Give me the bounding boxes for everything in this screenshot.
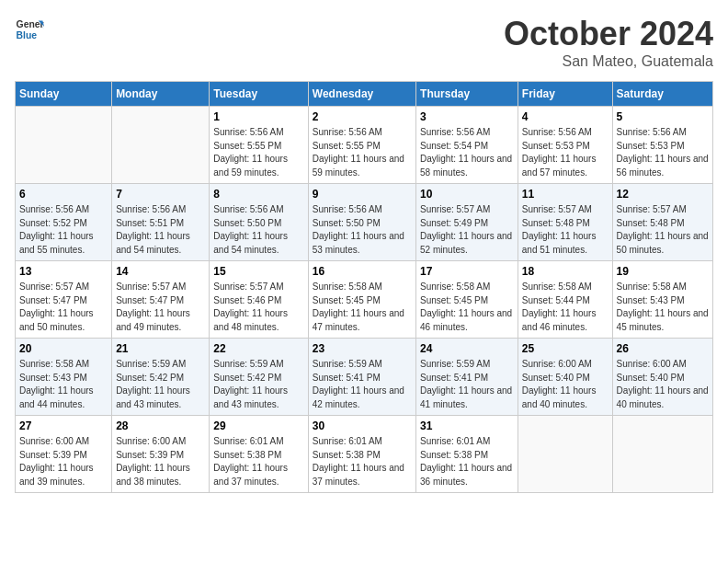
day-cell: 21Sunrise: 5:59 AMSunset: 5:42 PMDayligh… — [112, 339, 210, 416]
header-cell-sunday: Sunday — [16, 82, 112, 107]
day-cell: 13Sunrise: 5:57 AMSunset: 5:47 PMDayligh… — [16, 261, 112, 339]
day-info: Sunrise: 5:56 AMSunset: 5:55 PMDaylight:… — [313, 126, 412, 179]
day-number: 25 — [522, 342, 609, 355]
day-info: Sunrise: 5:58 AMSunset: 5:44 PMDaylight:… — [522, 281, 609, 334]
day-cell: 30Sunrise: 6:01 AMSunset: 5:38 PMDayligh… — [308, 416, 415, 493]
day-info: Sunrise: 5:56 AMSunset: 5:53 PMDaylight:… — [522, 126, 609, 179]
day-info: Sunrise: 5:56 AMSunset: 5:54 PMDaylight:… — [420, 126, 514, 179]
day-cell: 4Sunrise: 5:56 AMSunset: 5:53 PMDaylight… — [518, 107, 612, 184]
day-number: 8 — [213, 188, 303, 201]
day-number: 24 — [420, 342, 514, 355]
calendar-table: SundayMondayTuesdayWednesdayThursdayFrid… — [15, 81, 713, 493]
day-cell: 28Sunrise: 6:00 AMSunset: 5:39 PMDayligh… — [112, 416, 210, 493]
day-number: 6 — [19, 188, 108, 201]
day-cell: 7Sunrise: 5:56 AMSunset: 5:51 PMDaylight… — [112, 184, 210, 261]
day-info: Sunrise: 6:01 AMSunset: 5:38 PMDaylight:… — [420, 435, 514, 488]
day-info: Sunrise: 6:00 AMSunset: 5:40 PMDaylight:… — [617, 358, 709, 411]
day-number: 30 — [313, 419, 412, 432]
day-cell: 18Sunrise: 5:58 AMSunset: 5:44 PMDayligh… — [518, 261, 612, 339]
day-cell: 14Sunrise: 5:57 AMSunset: 5:47 PMDayligh… — [112, 261, 210, 339]
header-cell-thursday: Thursday — [416, 82, 518, 107]
day-info: Sunrise: 6:01 AMSunset: 5:38 PMDaylight:… — [213, 435, 303, 488]
day-info: Sunrise: 5:59 AMSunset: 5:42 PMDaylight:… — [213, 358, 303, 411]
day-number: 1 — [213, 110, 303, 123]
logo: General Blue — [15, 15, 44, 44]
day-info: Sunrise: 5:57 AMSunset: 5:47 PMDaylight:… — [116, 281, 205, 334]
header-cell-saturday: Saturday — [612, 82, 712, 107]
day-number: 3 — [420, 110, 514, 123]
day-cell: 10Sunrise: 5:57 AMSunset: 5:49 PMDayligh… — [416, 184, 518, 261]
day-cell: 27Sunrise: 6:00 AMSunset: 5:39 PMDayligh… — [16, 416, 112, 493]
header-row: SundayMondayTuesdayWednesdayThursdayFrid… — [16, 82, 713, 107]
header-cell-monday: Monday — [112, 82, 210, 107]
day-number: 11 — [522, 188, 609, 201]
calendar-body: 1Sunrise: 5:56 AMSunset: 5:55 PMDaylight… — [16, 107, 713, 493]
week-row-1: 1Sunrise: 5:56 AMSunset: 5:55 PMDaylight… — [16, 107, 713, 184]
day-info: Sunrise: 5:56 AMSunset: 5:55 PMDaylight:… — [213, 126, 303, 179]
day-info: Sunrise: 5:58 AMSunset: 5:43 PMDaylight:… — [617, 281, 709, 334]
day-info: Sunrise: 5:56 AMSunset: 5:50 PMDaylight:… — [313, 203, 412, 257]
title-area: October 2024 San Mateo, Guatemala — [504, 15, 713, 70]
day-info: Sunrise: 5:57 AMSunset: 5:48 PMDaylight:… — [617, 203, 709, 257]
location-title: San Mateo, Guatemala — [504, 53, 713, 70]
day-info: Sunrise: 5:56 AMSunset: 5:51 PMDaylight:… — [116, 203, 205, 257]
day-number: 29 — [213, 419, 303, 432]
day-cell: 31Sunrise: 6:01 AMSunset: 5:38 PMDayligh… — [416, 416, 518, 493]
day-cell: 5Sunrise: 5:56 AMSunset: 5:53 PMDaylight… — [612, 107, 712, 184]
day-number: 5 — [617, 110, 709, 123]
day-info: Sunrise: 6:00 AMSunset: 5:40 PMDaylight:… — [522, 358, 609, 411]
day-cell: 1Sunrise: 5:56 AMSunset: 5:55 PMDaylight… — [210, 107, 308, 184]
day-info: Sunrise: 5:58 AMSunset: 5:45 PMDaylight:… — [420, 281, 514, 334]
day-info: Sunrise: 5:59 AMSunset: 5:42 PMDaylight:… — [116, 358, 205, 411]
day-info: Sunrise: 5:57 AMSunset: 5:49 PMDaylight:… — [420, 203, 514, 257]
day-number: 20 — [19, 342, 108, 355]
day-cell — [112, 107, 210, 184]
day-cell: 9Sunrise: 5:56 AMSunset: 5:50 PMDaylight… — [308, 184, 415, 261]
week-row-4: 20Sunrise: 5:58 AMSunset: 5:43 PMDayligh… — [16, 339, 713, 416]
header-cell-friday: Friday — [518, 82, 612, 107]
day-info: Sunrise: 5:58 AMSunset: 5:43 PMDaylight:… — [19, 358, 108, 411]
day-cell: 29Sunrise: 6:01 AMSunset: 5:38 PMDayligh… — [210, 416, 308, 493]
day-cell: 19Sunrise: 5:58 AMSunset: 5:43 PMDayligh… — [612, 261, 712, 339]
day-number: 12 — [617, 188, 709, 201]
day-number: 23 — [313, 342, 412, 355]
day-cell — [518, 416, 612, 493]
day-number: 7 — [116, 188, 205, 201]
day-info: Sunrise: 6:00 AMSunset: 5:39 PMDaylight:… — [116, 435, 205, 488]
day-number: 10 — [420, 188, 514, 201]
day-cell: 12Sunrise: 5:57 AMSunset: 5:48 PMDayligh… — [612, 184, 712, 261]
day-cell: 26Sunrise: 6:00 AMSunset: 5:40 PMDayligh… — [612, 339, 712, 416]
day-info: Sunrise: 5:56 AMSunset: 5:50 PMDaylight:… — [213, 203, 303, 257]
day-info: Sunrise: 5:57 AMSunset: 5:47 PMDaylight:… — [19, 281, 108, 334]
day-info: Sunrise: 6:00 AMSunset: 5:39 PMDaylight:… — [19, 435, 108, 488]
day-number: 19 — [617, 265, 709, 278]
month-title: October 2024 — [504, 15, 713, 53]
week-row-3: 13Sunrise: 5:57 AMSunset: 5:47 PMDayligh… — [16, 261, 713, 339]
day-number: 26 — [617, 342, 709, 355]
day-number: 28 — [116, 419, 205, 432]
svg-text:Blue: Blue — [17, 30, 38, 40]
day-cell: 22Sunrise: 5:59 AMSunset: 5:42 PMDayligh… — [210, 339, 308, 416]
day-number: 17 — [420, 265, 514, 278]
page-header: General Blue October 2024 San Mateo, Gua… — [15, 15, 713, 70]
day-cell: 25Sunrise: 6:00 AMSunset: 5:40 PMDayligh… — [518, 339, 612, 416]
day-number: 14 — [116, 265, 205, 278]
day-number: 13 — [19, 265, 108, 278]
day-cell: 6Sunrise: 5:56 AMSunset: 5:52 PMDaylight… — [16, 184, 112, 261]
day-cell: 23Sunrise: 5:59 AMSunset: 5:41 PMDayligh… — [308, 339, 415, 416]
day-number: 15 — [213, 265, 303, 278]
day-number: 31 — [420, 419, 514, 432]
day-number: 2 — [313, 110, 412, 123]
header-cell-tuesday: Tuesday — [210, 82, 308, 107]
day-info: Sunrise: 5:58 AMSunset: 5:45 PMDaylight:… — [313, 281, 412, 334]
day-number: 21 — [116, 342, 205, 355]
day-info: Sunrise: 6:01 AMSunset: 5:38 PMDaylight:… — [313, 435, 412, 488]
day-info: Sunrise: 5:57 AMSunset: 5:46 PMDaylight:… — [213, 281, 303, 334]
day-cell: 16Sunrise: 5:58 AMSunset: 5:45 PMDayligh… — [308, 261, 415, 339]
header-cell-wednesday: Wednesday — [308, 82, 415, 107]
day-cell: 20Sunrise: 5:58 AMSunset: 5:43 PMDayligh… — [16, 339, 112, 416]
day-info: Sunrise: 5:59 AMSunset: 5:41 PMDaylight:… — [420, 358, 514, 411]
day-number: 22 — [213, 342, 303, 355]
week-row-5: 27Sunrise: 6:00 AMSunset: 5:39 PMDayligh… — [16, 416, 713, 493]
week-row-2: 6Sunrise: 5:56 AMSunset: 5:52 PMDaylight… — [16, 184, 713, 261]
